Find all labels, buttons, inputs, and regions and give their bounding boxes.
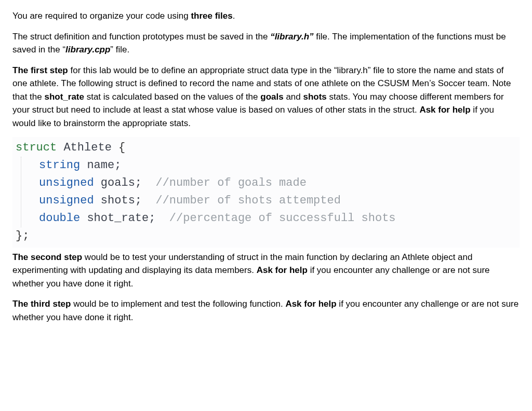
ask-for-help: Ask for help: [419, 105, 470, 115]
text: .: [233, 11, 235, 21]
paragraph-2: The struct definition and function proto…: [12, 30, 520, 57]
identifier: shot_rate: [44, 92, 84, 102]
filename: library.cpp: [65, 45, 110, 54]
text: stat is calculated based on the values o…: [84, 92, 260, 102]
type: double: [39, 212, 80, 225]
step-label: The second step: [12, 252, 82, 262]
code-line-3: unsigned goals; //number of goals made: [39, 174, 520, 192]
member: goals;: [94, 176, 156, 189]
member: name;: [80, 159, 121, 172]
ask-for-help: Ask for help: [257, 265, 308, 275]
keyword-struct: struct: [16, 141, 57, 154]
identifier: goals: [260, 92, 283, 102]
member: shots;: [94, 194, 156, 207]
text: You are required to organize your code u…: [12, 11, 191, 21]
text: The struct definition and function proto…: [12, 32, 270, 42]
paragraph-1: You are required to organize your code u…: [12, 9, 520, 23]
member: shot_rate;: [80, 212, 169, 225]
text: ” file.: [110, 45, 129, 54]
ask-for-help: Ask for help: [285, 299, 336, 309]
type: unsigned: [39, 176, 94, 189]
comment: //number of shots attempted: [155, 194, 340, 207]
text: would be to implement and test the follo…: [71, 299, 285, 309]
text: and: [284, 92, 303, 102]
identifier: shots: [303, 92, 326, 102]
comment: //percentage of successfull shots: [169, 212, 396, 225]
brace-close: };: [16, 229, 29, 242]
paragraph-3: The first step for this lab would be to …: [12, 64, 520, 130]
paragraph-4: The second step would be to test your un…: [12, 251, 520, 291]
code-line-5: double shot_rate; //percentage of succes…: [39, 210, 520, 227]
type: string: [39, 159, 80, 172]
step-label: The first step: [12, 65, 68, 75]
struct-name: Athlete: [57, 141, 118, 154]
code-block: struct Athlete { string name; unsigned g…: [12, 137, 520, 248]
filename: “library.h”: [270, 32, 316, 42]
comment: //number of goals made: [155, 176, 306, 189]
code-line-4: unsigned shots; //number of shots attemp…: [39, 192, 520, 210]
code-line-6: };: [16, 227, 520, 245]
code-line-2: string name;: [39, 157, 520, 174]
brace: {: [118, 141, 125, 154]
type: unsigned: [39, 194, 94, 207]
code-line-1: struct Athlete {: [16, 139, 520, 157]
step-label: The third step: [12, 299, 71, 309]
paragraph-5: The third step would be to implement and…: [12, 297, 520, 324]
bold-text: three files: [191, 11, 232, 21]
